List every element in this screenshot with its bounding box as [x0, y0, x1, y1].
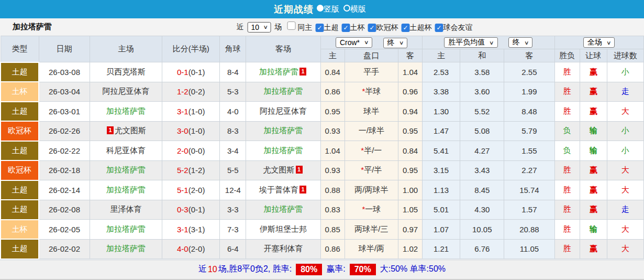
odds-company-header: Crow* ∨ 终 ∨ — [320, 36, 422, 49]
checkbox-checked[interactable] — [315, 24, 324, 32]
checkbox-label: 土超杯 — [409, 23, 431, 31]
match-type-badge: 欧冠杯 — [1, 160, 39, 180]
avg-home-odds: 5.41 — [423, 141, 460, 161]
match-type-badge: 土杯 — [1, 82, 39, 102]
header-result-handicap: 让球 — [580, 49, 607, 62]
profit-rate-label: 赢率: — [326, 264, 345, 275]
team-name: 阿拉尼亚体育 — [260, 106, 307, 115]
layout-radio-1[interactable] — [343, 5, 350, 12]
layout-radio-group: 竖版横版 — [317, 4, 370, 14]
table-row: 土超 26-02-22 科尼亚体育 2-0(0-0) 3-4 加拉塔萨雷 1.0… — [1, 141, 644, 161]
layout-radio-0[interactable] — [317, 5, 324, 12]
away-team: 开塞利体育 — [246, 239, 320, 259]
table-row: 土杯 26-02-05 加拉塔萨雷 3-1(3-1) 7-3 伊斯坦堡士邦 0.… — [1, 220, 644, 240]
avg-home-odds: 1.47 — [423, 121, 460, 141]
match-score: 3-1(1-0) — [162, 102, 220, 122]
match-date: 26-02-08 — [39, 200, 90, 220]
odds-company-select[interactable]: Crow* ∨ — [336, 37, 372, 48]
team-name: 尤文图斯 — [115, 126, 146, 135]
checkbox-checked[interactable] — [341, 24, 350, 32]
layout-radio-label: 竖版 — [324, 4, 339, 13]
match-date: 26-02-02 — [39, 239, 90, 259]
home-team: 科尼亚体育 — [90, 141, 162, 161]
avg-draw-odds: 6.76 — [460, 239, 504, 259]
home-team: 1尤文图斯 — [90, 121, 162, 141]
match-date: 26-03-04 — [39, 82, 90, 102]
table-row: 欧冠杯 26-02-18 加拉塔萨雷 5-2(1-2) 5-5 尤文图斯1 0.… — [1, 160, 644, 180]
scope-select[interactable]: 全场 ∨ — [583, 37, 615, 48]
avg-draw-odds: 10.05 — [460, 220, 504, 240]
ah-away-odds: 0.97 — [398, 220, 422, 240]
avg-draw-odds: 4.30 — [460, 200, 504, 220]
match-type-badge: 土超 — [1, 180, 39, 200]
summary-prefix: 近 — [198, 264, 207, 275]
away-team: 阿拉尼亚体育 — [246, 102, 320, 122]
checkbox-unchecked[interactable] — [287, 21, 295, 30]
avg-draw-odds: 5.08 — [460, 121, 504, 141]
result-handicap: 输 — [580, 141, 607, 161]
ah-away-odds: 1.04 — [398, 62, 422, 82]
recent-count-value: 10 — [251, 23, 260, 31]
checkbox-label: 欧冠杯 — [376, 23, 398, 31]
match-score: 5-2(1-2) — [162, 160, 220, 180]
result-handicap: 赢 — [580, 102, 607, 122]
ah-home-odds: 0.88 — [320, 180, 345, 200]
avg-draw-odds: 5.52 — [460, 102, 504, 122]
home-team: 贝西克塔斯 — [90, 62, 162, 82]
away-team: 尤文图斯1 — [246, 160, 320, 180]
ah-home-odds: 1.04 — [320, 141, 345, 161]
chevron-down-icon: ∨ — [606, 40, 612, 46]
avg-away-odds: 11.05 — [504, 239, 554, 259]
result-goals: 小 — [607, 121, 643, 141]
recent-label: 近 — [237, 23, 244, 32]
checkbox-label: 土杯 — [350, 23, 364, 31]
avg-source-select[interactable]: 胜平负均值 ∨ — [444, 37, 497, 48]
result-handicap: 输 — [580, 220, 607, 240]
avg-odds-header: 胜平负均值 ∨ 终 ∨ — [423, 36, 555, 49]
corner-count: 5-5 — [220, 160, 246, 180]
header-away: 客场 — [246, 36, 320, 62]
result-win-loss: 负 — [554, 121, 580, 141]
team-name: 加拉塔萨雷 — [264, 146, 303, 155]
odds-time-select[interactable]: 终 ∨ — [383, 38, 407, 48]
summary-bar: 近10场,胜8平0负2, 胜率: 80% 赢率: 70% 大:50% 单率:50… — [0, 260, 644, 279]
result-goals: 大 — [607, 180, 643, 200]
table-row: 土超 26-02-14 加拉塔萨雷 5-1(2-0) 12-4 埃于普体育1 0… — [1, 180, 644, 200]
team-name: 埃于普体育 — [259, 185, 298, 194]
avg-draw-odds: 3.43 — [460, 160, 504, 180]
team-name: 里泽体育 — [110, 204, 141, 213]
checkbox-checked[interactable] — [401, 24, 409, 32]
result-goals: 走 — [607, 82, 643, 102]
avg-home-odds: 1.30 — [423, 102, 460, 122]
avg-draw-odds: 3.60 — [460, 82, 504, 102]
chevron-down-icon: ∨ — [489, 40, 494, 46]
team-name-heading: 加拉塔萨雷 — [13, 18, 52, 36]
checkbox-checked[interactable] — [368, 24, 376, 32]
odds-company-value: Crow* — [340, 38, 360, 47]
header-avg-away: 客 — [504, 49, 554, 62]
checkbox-checked[interactable] — [435, 24, 443, 32]
profit-rate-badge: 70% — [350, 264, 376, 275]
ah-home-odds: 0.85 — [320, 220, 345, 240]
match-date: 26-02-26 — [39, 121, 90, 141]
avg-away-odds: 5.79 — [504, 121, 554, 141]
result-handicap: 赢 — [580, 160, 607, 180]
match-type-badge: 土杯 — [1, 220, 39, 240]
table-row: 土超 26-03-01 加拉塔萨雷 3-1(1-0) 4-0 阿拉尼亚体育 0.… — [1, 102, 644, 122]
title-bar: 近期战绩 竖版横版 — [0, 0, 644, 18]
match-score: 0-1(0-1) — [162, 62, 220, 82]
header-ah-line: 盘口 — [345, 49, 398, 62]
avg-away-odds: 1.57 — [504, 200, 554, 220]
ah-home-odds: 0.95 — [320, 102, 345, 122]
header-score: 比分(半场) — [162, 36, 220, 62]
avg-home-odds: 1.21 — [423, 239, 460, 259]
result-goals: 大 — [607, 220, 643, 240]
table-row: 土超 26-03-08 贝西克塔斯 0-1(0-1) 8-4 加拉塔萨雷1 0.… — [1, 62, 644, 82]
recent-results-panel: 近期战绩 竖版横版 加拉塔萨雷 近 10 ∨ 场 同主土超土杯欧冠杯土超杯球会友… — [0, 0, 644, 279]
home-team: 阿拉尼亚体育 — [90, 82, 162, 102]
avg-time-select[interactable]: 终 ∨ — [508, 37, 532, 48]
filter-controls: 近 10 ∨ 场 同主土超土杯欧冠杯土超杯球会友谊 — [237, 18, 473, 36]
competition-checkboxes: 同主土超土杯欧冠杯土超杯球会友谊 — [284, 21, 472, 33]
recent-count-select[interactable]: 10 ∨ — [248, 22, 271, 33]
rank-badge: 1 — [299, 186, 306, 193]
